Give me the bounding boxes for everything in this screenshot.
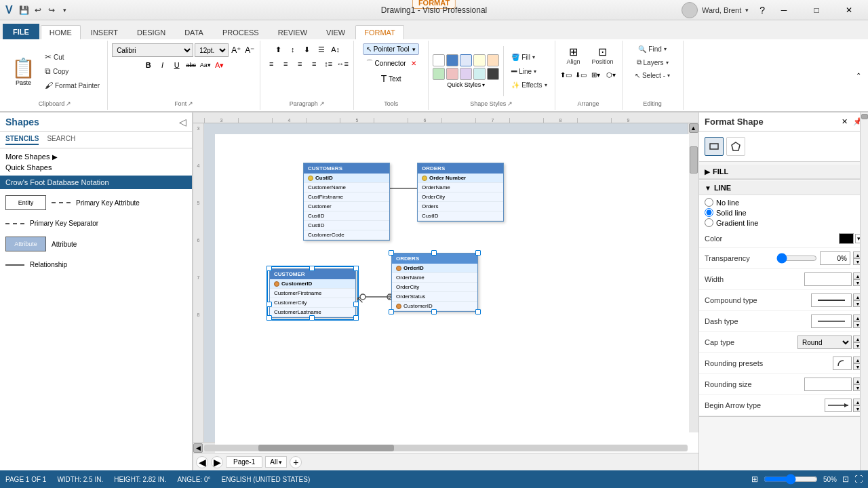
format-painter-button[interactable]: 🖌 Format Painter xyxy=(41,79,103,92)
gradient-line-radio[interactable]: Gradient line xyxy=(705,218,863,227)
align-top-button[interactable]: ⬆ xyxy=(272,43,285,56)
orders-bottom-table[interactable]: Orders OrderID OrderName OrderCity Order… xyxy=(391,253,478,312)
justify-button[interactable]: ≡ xyxy=(307,58,321,70)
bring-forward-button[interactable]: ⬆▭ xyxy=(559,68,573,81)
para-expand-icon[interactable]: ↗ xyxy=(319,100,325,107)
redo-icon[interactable]: ↪ xyxy=(45,4,58,16)
handle-tc[interactable] xyxy=(309,266,315,271)
connector-button[interactable]: ⌒ Connector ✕ xyxy=(363,56,420,70)
strikethrough-button[interactable]: abc xyxy=(184,59,198,71)
scroll-left-button[interactable]: ◀ xyxy=(193,443,203,453)
italic-button[interactable]: I xyxy=(156,59,170,71)
find-dropdown-icon[interactable]: ▾ xyxy=(664,46,667,52)
no-line-radio[interactable]: No line xyxy=(705,198,863,207)
rounding-presets-preview[interactable] xyxy=(833,357,852,370)
select-button[interactable]: ↖ Select - ▾ xyxy=(631,70,673,81)
undo-icon[interactable]: ↩ xyxy=(32,4,44,16)
align-center-button[interactable]: ≡ xyxy=(279,58,292,70)
qs-item-2[interactable] xyxy=(446,54,458,66)
font-color-button[interactable]: A▾ xyxy=(213,59,226,71)
qs-item-1[interactable] xyxy=(433,54,445,66)
handle-bl[interactable] xyxy=(267,315,272,321)
line-dropdown-icon[interactable]: ▾ xyxy=(534,68,536,75)
layers-dropdown-icon[interactable]: ▾ xyxy=(666,60,669,66)
user-area[interactable]: Ward, Brent ▾ xyxy=(682,2,749,18)
rounding-size-input[interactable]: 0 in. xyxy=(804,378,852,391)
ribbon-collapse-button[interactable]: ⌃ xyxy=(852,70,865,81)
qs-item-8[interactable] xyxy=(460,68,472,80)
help-icon[interactable]: ? xyxy=(760,5,765,16)
search-tab[interactable]: SEARCH xyxy=(47,135,75,145)
user-dropdown-icon[interactable]: ▾ xyxy=(745,7,749,14)
qs-item-9[interactable] xyxy=(473,68,486,80)
effects-button[interactable]: ✨ Effects ▾ xyxy=(508,79,550,91)
qs-item-3[interactable] xyxy=(460,54,472,66)
qs-item-4[interactable] xyxy=(473,54,486,66)
stencils-tab[interactable]: STENCILS xyxy=(5,135,39,145)
maximize-button[interactable]: □ xyxy=(803,1,830,20)
all-pages-dropdown[interactable]: All ▾ xyxy=(265,456,287,468)
fill-section-header[interactable]: ▶ FILL xyxy=(699,165,868,179)
handle-ml[interactable] xyxy=(267,302,272,307)
shape-type-box-button[interactable] xyxy=(705,137,724,156)
qs-item-7[interactable] xyxy=(446,68,458,80)
tab-file[interactable]: FILE xyxy=(3,24,39,39)
page-next-button[interactable]: ▶ xyxy=(211,456,223,468)
orders-handle-bl[interactable] xyxy=(389,309,394,314)
tab-review[interactable]: REVIEW xyxy=(269,25,316,39)
font-expand-icon[interactable]: ↗ xyxy=(188,100,193,107)
zoom-slider[interactable] xyxy=(764,474,818,485)
customers-table[interactable]: CUSTOMERS CustID CustomerName CustFirstn… xyxy=(303,163,390,241)
begin-arrow-preview[interactable] xyxy=(825,399,852,412)
grow-font-button[interactable]: A⁺ xyxy=(230,44,242,56)
font-family-select[interactable]: Calibri xyxy=(112,43,193,57)
align-left-button[interactable]: ≡ xyxy=(264,58,278,70)
copy-button[interactable]: ⧉ Copy xyxy=(41,64,103,78)
tab-insert[interactable]: INSERT xyxy=(82,25,127,39)
page-prev-button[interactable]: ◀ xyxy=(196,456,208,468)
pk-sep-shape-icon[interactable] xyxy=(5,223,24,224)
fill-button[interactable]: 🪣 Fill ▾ xyxy=(508,52,550,63)
status-icon-1[interactable]: ⊞ xyxy=(751,474,758,484)
line-section-header[interactable]: ▼ LINE xyxy=(699,181,868,195)
bullet-list-button[interactable]: ☰ xyxy=(315,43,328,56)
position-button[interactable]: ⊡ Position xyxy=(589,43,617,67)
para-option-button[interactable]: ↔≡ xyxy=(336,58,349,70)
page-1-tab[interactable]: Page-1 xyxy=(226,456,262,468)
qs-item-5[interactable] xyxy=(487,54,499,66)
bold-button[interactable]: B xyxy=(142,59,155,71)
orders-top-table[interactable]: ORDERS Order Number OrderName OrderCity … xyxy=(417,163,504,222)
transparency-slider[interactable] xyxy=(776,253,817,264)
handle-mr[interactable] xyxy=(353,302,359,307)
orders-handle-tc[interactable] xyxy=(431,250,437,256)
minimize-button[interactable]: ─ xyxy=(770,1,797,20)
width-input[interactable]: 0.5 pt xyxy=(804,272,852,286)
canvas-content[interactable]: CUSTOMERS CustID CustomerName CustFirstn… xyxy=(215,134,698,453)
solid-line-radio[interactable]: Solid line xyxy=(705,208,863,217)
handle-br[interactable] xyxy=(353,315,359,321)
shrink-font-button[interactable]: A⁻ xyxy=(243,44,256,56)
h-scroll-thumb[interactable] xyxy=(258,445,394,451)
orders-handle-bc[interactable] xyxy=(431,309,437,314)
para-spacing-button[interactable]: ↕≡ xyxy=(321,58,335,70)
customer-bottom-table[interactable]: Customer CustomerID CustomerFirstname Cu… xyxy=(269,268,356,318)
change-shape-button[interactable]: ⬡▾ xyxy=(604,68,618,81)
fill-dropdown-icon[interactable]: ▾ xyxy=(532,54,535,60)
gradient-line-radio-input[interactable] xyxy=(705,218,713,227)
no-line-radio-input[interactable] xyxy=(705,198,713,207)
quick-styles-dropdown-icon[interactable]: ▾ xyxy=(482,82,485,88)
tab-design[interactable]: DESIGN xyxy=(128,25,174,39)
pointer-tool-button[interactable]: ↖ Pointer Tool ▾ xyxy=(363,43,420,55)
handle-bc[interactable] xyxy=(309,315,315,321)
crows-foot-stencil[interactable]: Crow's Foot Database Notation xyxy=(0,176,192,189)
orders-handle-tl[interactable] xyxy=(389,250,394,256)
font-size-btn[interactable]: Aa▾ xyxy=(199,59,212,71)
connector-close-icon[interactable]: ✕ xyxy=(411,60,416,67)
shape-styles-expand-icon[interactable]: ↗ xyxy=(507,100,513,107)
close-button[interactable]: ✕ xyxy=(835,1,863,20)
text-button[interactable]: T Text xyxy=(378,71,405,86)
layers-button[interactable]: ⧉ Layers ▾ xyxy=(633,56,672,68)
underline-button[interactable]: U xyxy=(170,59,184,71)
format-close-icon[interactable]: ✕ xyxy=(842,117,848,126)
pk-separator-icon[interactable] xyxy=(52,202,71,203)
